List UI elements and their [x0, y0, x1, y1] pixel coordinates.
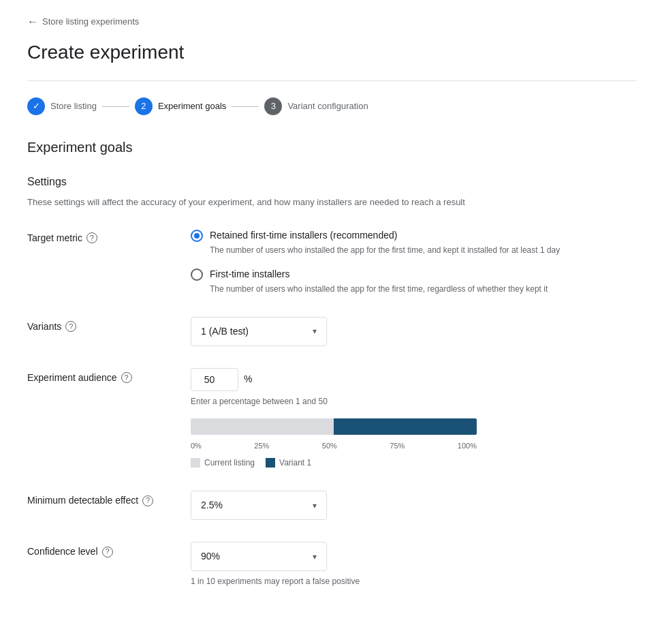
step-label-2: Experiment goals: [158, 99, 226, 113]
mde-chevron-icon: ▾: [313, 500, 317, 512]
variants-select[interactable]: 1 (A/B test) ▾: [191, 317, 327, 346]
min-detectable-effect-row: Minimum detectable effect ? 2.5% ▾: [27, 491, 637, 520]
bar-labels: 0% 25% 50% 75% 100%: [191, 440, 477, 452]
experiment-audience-label: Experiment audience ?: [27, 368, 163, 385]
stepper: ✓ Store listing 2 Experiment goals 3 Var…: [27, 97, 637, 115]
audience-help-icon[interactable]: ?: [121, 372, 132, 383]
back-nav[interactable]: ← Store listing experiments: [27, 14, 637, 30]
variants-help-icon[interactable]: ?: [65, 321, 76, 332]
experiment-audience-control: % Enter a percentage between 1 and 50 0%…: [191, 368, 637, 470]
bar-label-0: 0%: [191, 440, 202, 452]
page-container: ← Store listing experiments Create exper…: [0, 0, 664, 637]
legend-label-variant1: Variant 1: [279, 457, 311, 469]
section-title: Experiment goals: [27, 137, 637, 157]
bar-track: [191, 418, 477, 435]
settings-description: These settings will affect the accuracy …: [27, 196, 637, 209]
target-metric-row: Target metric ? Retained first-time inst…: [27, 228, 637, 295]
min-detectable-effect-label: Minimum detectable effect ?: [27, 491, 163, 508]
step-connector-2: [232, 106, 259, 107]
experiment-audience-row: Experiment audience ? % Enter a percenta…: [27, 368, 637, 470]
step-variant-config: 3 Variant configuration: [264, 97, 368, 115]
step-circle-2: 2: [135, 97, 153, 115]
variants-control: 1 (A/B test) ▾: [191, 317, 637, 346]
legend-current-listing: Current listing: [191, 457, 255, 469]
legend-swatch-gray: [191, 458, 200, 467]
min-detectable-effect-control: 2.5% ▾: [191, 491, 637, 520]
radio-option-first-time[interactable]: First-time installers The number of user…: [191, 267, 637, 295]
confidence-select-value: 90%: [201, 549, 220, 564]
step-label-3: Variant configuration: [287, 99, 368, 113]
mde-help-icon[interactable]: ?: [142, 495, 153, 506]
legend-label-current: Current listing: [204, 457, 255, 469]
step-circle-3: 3: [264, 97, 282, 115]
confidence-chevron-icon: ▾: [313, 551, 317, 563]
bar-label-75: 75%: [390, 440, 405, 452]
confidence-level-label: Confidence level ?: [27, 542, 163, 559]
confidence-select[interactable]: 90% ▾: [191, 542, 327, 571]
back-arrow-icon: ←: [27, 14, 38, 30]
legend-variant1: Variant 1: [266, 457, 311, 469]
radio-desc-retained: The number of users who installed the ap…: [210, 244, 560, 256]
variants-select-value: 1 (A/B test): [201, 324, 249, 339]
bar-segment-current-listing: [191, 418, 334, 435]
step-connector-1: [102, 106, 129, 107]
radio-text-retained: Retained first-time installers (recommen…: [210, 228, 560, 256]
page-title: Create experiment: [27, 38, 637, 67]
confidence-hint: 1 in 10 experiments may report a false p…: [191, 575, 637, 587]
mde-select[interactable]: 2.5% ▾: [191, 491, 327, 520]
radio-label-first-time: First-time installers: [210, 267, 548, 281]
back-nav-label: Store listing experiments: [42, 15, 139, 29]
bar-label-50: 50%: [322, 440, 337, 452]
radio-option-retained[interactable]: Retained first-time installers (recommen…: [191, 228, 637, 256]
confidence-level-row: Confidence level ? 90% ▾ 1 in 10 experim…: [27, 542, 637, 587]
radio-label-retained: Retained first-time installers (recommen…: [210, 228, 560, 243]
divider: [27, 80, 637, 81]
bar-label-25: 25%: [254, 440, 269, 452]
mde-select-value: 2.5%: [201, 498, 223, 512]
radio-text-first-time: First-time installers The number of user…: [210, 267, 548, 295]
bar-chart: 0% 25% 50% 75% 100% Current listing Vari…: [191, 418, 637, 470]
radio-btn-first-time[interactable]: [191, 269, 203, 281]
target-metric-help-icon[interactable]: ?: [86, 232, 97, 243]
variants-label: Variants ?: [27, 317, 163, 334]
variants-row: Variants ? 1 (A/B test) ▾: [27, 317, 637, 346]
legend-swatch-blue: [266, 458, 275, 467]
step-check-icon: ✓: [33, 99, 40, 113]
audience-input-row: %: [191, 368, 637, 391]
settings-subtitle: Settings: [27, 174, 637, 190]
bar-segment-variant1: [334, 418, 477, 435]
audience-hint: Enter a percentage between 1 and 50: [191, 395, 637, 408]
step-circle-1: ✓: [27, 97, 45, 115]
step-label-1: Store listing: [50, 99, 97, 113]
bar-legend: Current listing Variant 1: [191, 457, 637, 469]
step-store-listing: ✓ Store listing: [27, 97, 97, 115]
step-number-3: 3: [271, 99, 276, 113]
target-metric-label: Target metric ?: [27, 228, 163, 245]
confidence-help-icon[interactable]: ?: [102, 547, 113, 557]
audience-input[interactable]: [191, 368, 238, 391]
radio-btn-retained[interactable]: [191, 230, 203, 242]
percent-label: %: [244, 372, 252, 386]
radio-desc-first-time: The number of users who installed the ap…: [210, 283, 548, 295]
chevron-down-icon: ▾: [313, 325, 317, 337]
target-metric-options: Retained first-time installers (recommen…: [191, 228, 637, 295]
bar-label-100: 100%: [458, 440, 477, 452]
step-experiment-goals: 2 Experiment goals: [135, 97, 226, 115]
step-number-2: 2: [141, 99, 146, 113]
confidence-level-control: 90% ▾ 1 in 10 experiments may report a f…: [191, 542, 637, 587]
